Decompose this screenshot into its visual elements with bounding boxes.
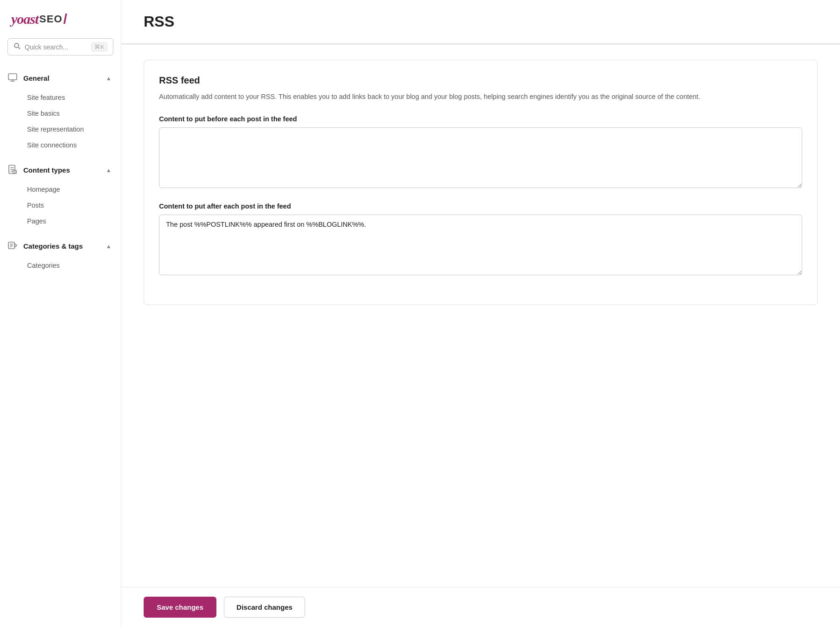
sidebar-item-site-representation[interactable]: Site representation [27,121,121,137]
nav-section-categories-tags: Categories & tags ▲ Categories [0,235,121,277]
sidebar-item-posts[interactable]: Posts [27,197,121,213]
sidebar: yoast SEO / Quick search... ⌘K [0,0,121,627]
nav-section-general-left: General [7,72,49,84]
nav-section-categories-tags-header[interactable]: Categories & tags ▲ [0,235,121,258]
page-title: RSS [144,13,818,30]
rss-feed-description: Automatically add content to your RSS. T… [159,91,802,102]
search-bar[interactable]: Quick search... ⌘K [7,38,113,56]
general-chevron-icon: ▲ [106,75,111,82]
categories-tags-sub-items: Categories [0,258,121,277]
after-post-textarea[interactable] [159,215,802,275]
before-post-label: Content to put before each post in the f… [159,115,802,123]
categories-tags-section-label: Categories & tags [23,242,83,250]
footer-actions: Save changes Discard changes [121,587,840,627]
save-changes-button[interactable]: Save changes [144,597,216,618]
page-header: RSS [121,0,840,44]
discard-changes-button[interactable]: Discard changes [224,597,305,618]
content-types-sub-items: Homepage Posts Pages [0,181,121,233]
general-section-label: General [23,74,49,82]
after-post-field-group: Content to put after each post in the fe… [159,202,802,277]
rss-feed-card: RSS feed Automatically add content to yo… [144,60,818,305]
content-types-section-label: Content types [23,166,70,174]
content-types-chevron-icon: ▲ [106,167,111,174]
search-icon [14,42,21,51]
nav-section-content-types-left: Content types [7,164,70,176]
sidebar-item-site-connections[interactable]: Site connections [27,137,121,153]
general-sub-items: Site features Site basics Site represent… [0,90,121,157]
content-area: RSS feed Automatically add content to yo… [121,45,840,587]
nav-section-general-header[interactable]: General ▲ [0,67,121,90]
monitor-icon [7,72,18,84]
nav-section-content-types-header[interactable]: Content types ▲ [0,159,121,181]
nav-section-general: General ▲ Site features Site basics Site… [0,67,121,157]
nav-section-categories-tags-left: Categories & tags [7,240,83,252]
rss-feed-title: RSS feed [159,75,802,86]
logo-slash: / [63,11,67,27]
tag-icon [7,240,18,252]
svg-point-0 [14,43,19,48]
search-placeholder-text: Quick search... [25,43,88,51]
nav-section-content-types: Content types ▲ Homepage Posts Pages [0,159,121,233]
sidebar-item-site-basics[interactable]: Site basics [27,105,121,121]
main-content: RSS RSS feed Automatically add content t… [121,0,840,627]
svg-rect-2 [8,74,17,80]
after-post-label: Content to put after each post in the fe… [159,202,802,210]
logo-seo-text: SEO [39,13,62,25]
before-post-textarea[interactable] [159,127,802,188]
search-shortcut: ⌘K [91,42,107,51]
svg-line-1 [19,48,21,49]
sidebar-item-pages[interactable]: Pages [27,213,121,229]
sidebar-item-site-features[interactable]: Site features [27,90,121,105]
before-post-field-group: Content to put before each post in the f… [159,115,802,189]
sidebar-item-homepage[interactable]: Homepage [27,181,121,197]
header-divider [121,44,840,44]
categories-tags-chevron-icon: ▲ [106,243,111,250]
sidebar-item-categories[interactable]: Categories [27,258,121,273]
document-icon [7,164,18,176]
logo: yoast SEO / [11,11,110,27]
logo-area: yoast SEO / [0,11,121,38]
logo-yoast-text: yoast [11,11,38,27]
